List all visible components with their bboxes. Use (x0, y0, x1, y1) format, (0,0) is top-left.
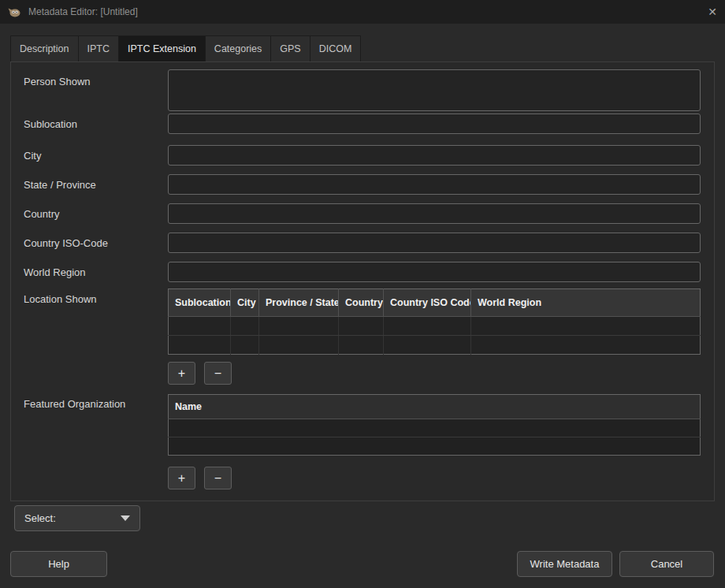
city-label: City (24, 150, 41, 162)
select-dropdown[interactable]: Select: (14, 505, 140, 531)
country-label: Country (24, 208, 60, 220)
location-remove-button[interactable]: − (204, 362, 232, 385)
organization-remove-button[interactable]: − (204, 467, 232, 489)
col-country-iso-code: Country ISO Code (384, 289, 471, 317)
col-sublocation: Sublocation (169, 289, 231, 317)
cell[interactable] (169, 419, 701, 437)
tab-iptc-extension[interactable]: IPTC Extension (118, 35, 206, 61)
cancel-label: Cancel (651, 558, 682, 570)
cancel-button[interactable]: Cancel (619, 551, 714, 577)
cell[interactable] (169, 317, 231, 336)
cell[interactable] (471, 336, 701, 355)
help-button[interactable]: Help (10, 551, 107, 577)
cell[interactable] (384, 336, 471, 355)
person-shown-label: Person Shown (24, 76, 91, 87)
tab-bar: Description IPTC IPTC Extension Categori… (10, 35, 715, 62)
featured-organization-table: Name (168, 394, 701, 456)
col-country: Country (339, 289, 384, 317)
titlebar: Metadata Editor: [Untitled] ✕ (0, 0, 725, 24)
table-header-row: Sublocation City Province / State Countr… (169, 289, 701, 317)
table-header-row: Name (169, 395, 701, 419)
cell[interactable] (169, 336, 231, 355)
organization-add-button[interactable]: + (168, 467, 195, 489)
cell[interactable] (471, 317, 701, 336)
cell[interactable] (384, 317, 471, 336)
sublocation-input[interactable] (168, 114, 701, 134)
col-city: City (231, 289, 259, 317)
help-label: Help (48, 558, 69, 570)
cell[interactable] (259, 336, 339, 355)
table-row (169, 437, 701, 456)
gimp-wilber-icon (8, 6, 22, 18)
chevron-down-icon (121, 515, 130, 521)
location-shown-table: Sublocation City Province / State Countr… (168, 288, 701, 355)
state-province-input[interactable] (168, 174, 701, 195)
window-title: Metadata Editor: [Untitled] (28, 6, 138, 17)
tab-dicom[interactable]: DICOM (310, 35, 362, 61)
metadata-editor-window: Metadata Editor: [Untitled] ✕ Descriptio… (0, 0, 725, 588)
cell[interactable] (339, 317, 384, 336)
write-metadata-label: Write Metadata (530, 558, 600, 570)
cell[interactable] (339, 336, 384, 355)
featured-organization-label: Featured Organization (24, 398, 125, 410)
select-label: Select: (24, 512, 56, 524)
minus-icon: − (214, 472, 221, 485)
plus-icon: + (178, 367, 185, 380)
world-region-label: World Region (24, 266, 86, 278)
cell[interactable] (169, 437, 701, 456)
tab-description[interactable]: Description (10, 35, 79, 61)
cell[interactable] (259, 317, 339, 336)
table-row (169, 336, 701, 355)
col-name: Name (169, 395, 701, 419)
iptc-extension-panel: Person Shown Sublocation City State / Pr… (10, 61, 715, 501)
cell[interactable] (231, 317, 259, 336)
city-input[interactable] (168, 145, 701, 166)
country-iso-code-label: Country ISO-Code (24, 237, 108, 249)
world-region-input[interactable] (168, 262, 701, 282)
minus-icon: − (214, 367, 221, 380)
write-metadata-button[interactable]: Write Metadata (517, 551, 612, 577)
person-shown-input[interactable] (168, 69, 701, 111)
tab-gps[interactable]: GPS (270, 35, 310, 61)
cell[interactable] (231, 336, 259, 355)
country-iso-code-input[interactable] (168, 233, 701, 253)
sublocation-label: Sublocation (24, 118, 77, 130)
state-province-label: State / Province (24, 179, 96, 191)
tab-categories[interactable]: Categories (205, 35, 271, 61)
col-world-region: World Region (471, 289, 701, 317)
table-row (169, 419, 701, 437)
col-province-state: Province / State (259, 289, 339, 317)
location-add-button[interactable]: + (168, 362, 195, 385)
close-icon[interactable]: ✕ (708, 6, 717, 17)
tab-iptc[interactable]: IPTC (78, 35, 119, 61)
plus-icon: + (178, 472, 185, 485)
location-shown-label: Location Shown (24, 293, 97, 305)
table-row (169, 317, 701, 336)
country-input[interactable] (168, 203, 701, 224)
